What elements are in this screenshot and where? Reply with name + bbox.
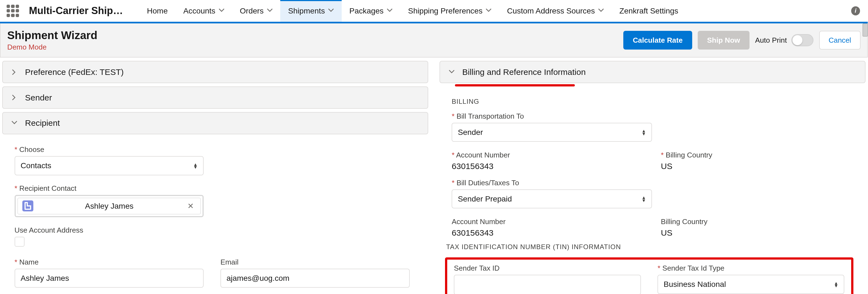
scrollbar-thumb[interactable] [863,23,868,37]
choose-value: Contacts [21,161,52,170]
topbar: Multi-Carrier Shippi… Home Accounts Orde… [0,0,868,23]
info-icon[interactable]: i [851,6,860,15]
left-column: Preference (FedEx: TEST) Sender Recipien… [2,61,428,294]
panel-sender[interactable]: Sender [2,87,428,109]
nav-custom-addr[interactable]: Custom Address Sources [499,0,612,22]
bill-duties-label: Bill Duties/Taxes To [452,179,652,187]
contact-icon [22,200,33,211]
chevron-down-icon[interactable] [219,6,224,15]
chevron-down-icon [9,118,19,128]
name-value: Ashley James [21,274,69,283]
auto-print-toggle[interactable] [792,34,814,46]
chevron-down-icon [447,67,457,77]
select-stepper-icon: ▲▼ [642,196,646,201]
nav-shipments-label: Shipments [288,6,325,15]
nav-home-label: Home [147,6,167,15]
choose-label: Choose [14,145,204,154]
account-number-label: Account Number [452,151,644,159]
bill-duties-value: Sender Prepaid [458,194,512,203]
auto-print-control: Auto Print [755,34,813,46]
account-number-value: 630156343 [452,162,644,171]
panel-billing-title: Billing and Reference Information [462,67,586,77]
nav-accounts-label: Accounts [183,6,215,15]
email-input[interactable]: ajames@uog.com [220,269,410,288]
account-number2-value: 630156343 [452,228,644,237]
page-title: Shipment Wizard [7,29,623,42]
app-title: Multi-Carrier Shippi… [29,5,123,17]
panel-preference-title: Preference (FedEx: TEST) [25,67,124,77]
panel-preference[interactable]: Preference (FedEx: TEST) [2,61,428,83]
bill-transportation-value: Sender [458,128,483,137]
select-stepper-icon: ▲▼ [834,282,838,287]
nav-shipments[interactable]: Shipments [280,0,341,22]
nav-orders-label: Orders [240,6,264,15]
sender-tax-type-value: Business National [663,280,726,289]
chevron-down-icon[interactable] [267,6,273,15]
nav-packages-label: Packages [349,6,383,15]
select-stepper-icon: ▲▼ [642,129,646,135]
select-stepper-icon: ▲▼ [193,163,197,168]
demo-mode-label: Demo Mode [7,43,623,52]
chevron-down-icon[interactable] [598,6,604,15]
highlight-underline [455,84,575,87]
panel-recipient-title: Recipient [25,118,60,128]
bill-transportation-label: Bill Transportation To [452,112,652,121]
use-account-address-label: Use Account Address [14,226,204,234]
billing-country2-value: US [661,228,853,237]
bill-transportation-select[interactable]: Sender ▲▼ [452,123,652,142]
clear-icon[interactable]: ✕ [185,201,196,210]
sender-tax-id-input[interactable] [454,275,641,294]
recipient-body: Choose Contacts ▲▼ Recipient Contact Ash… [2,138,428,294]
ship-now-button: Ship Now [698,31,749,49]
recipient-contact-value: Ashley James [39,201,179,210]
recipient-contact-lookup[interactable]: Ashley James ✕ [14,195,204,217]
billing-section-title: BILLING [452,98,853,105]
billing-body: BILLING Bill Transportation To Sender ▲▼… [439,87,866,294]
app-launcher-icon[interactable] [7,5,19,17]
nav-shipping-prefs[interactable]: Shipping Preferences [400,0,499,22]
email-label: Email [220,258,410,266]
nav-shipping-prefs-label: Shipping Preferences [408,6,483,15]
nav-accounts[interactable]: Accounts [176,0,232,22]
nav: Home Accounts Orders Shipments Packages … [139,0,686,22]
account-number2-label: Account Number [452,218,644,226]
recipient-contact-label: Recipient Contact [14,184,204,193]
nav-zenkraft[interactable]: Zenkraft Settings [612,0,686,22]
nav-packages[interactable]: Packages [342,0,400,22]
page-header: Shipment Wizard Demo Mode Calculate Rate… [0,23,868,58]
auto-print-label: Auto Print [755,36,787,44]
tin-highlight-box: Sender Tax ID Sender Tax Id Type Busines… [445,257,854,294]
panel-recipient[interactable]: Recipient [2,112,428,134]
panel-billing[interactable]: Billing and Reference Information [439,61,866,83]
billing-country2-label: Billing Country [661,218,853,226]
content: Preference (FedEx: TEST) Sender Recipien… [0,58,868,294]
name-label: Name [14,258,204,266]
nav-zenkraft-label: Zenkraft Settings [619,6,678,15]
choose-select[interactable]: Contacts ▲▼ [14,156,204,175]
nav-custom-addr-label: Custom Address Sources [507,6,595,15]
chevron-down-icon[interactable] [486,6,491,15]
tin-section-title: TAX IDENTIFICATION NUMBER (TIN) INFORMAT… [446,243,854,251]
name-input[interactable]: Ashley James [14,269,204,288]
right-column: Billing and Reference Information BILLIN… [439,61,866,294]
chevron-down-icon[interactable] [328,6,334,15]
nav-orders[interactable]: Orders [232,0,280,22]
panel-sender-title: Sender [25,93,52,102]
chevron-right-icon [9,67,19,77]
sender-tax-type-label: Sender Tax Id Type [657,264,844,272]
chevron-right-icon [9,93,19,102]
cancel-button[interactable]: Cancel [819,31,861,49]
use-account-address-checkbox[interactable] [14,237,25,247]
chevron-down-icon[interactable] [387,6,393,15]
billing-country-value: US [661,162,853,171]
email-value: ajames@uog.com [226,274,289,283]
billing-country-label: Billing Country [661,151,853,159]
sender-tax-type-select[interactable]: Business National ▲▼ [657,275,844,294]
sender-tax-id-label: Sender Tax ID [454,264,641,272]
nav-home[interactable]: Home [139,0,176,22]
calculate-rate-button[interactable]: Calculate Rate [623,31,692,49]
bill-duties-select[interactable]: Sender Prepaid ▲▼ [452,189,652,208]
